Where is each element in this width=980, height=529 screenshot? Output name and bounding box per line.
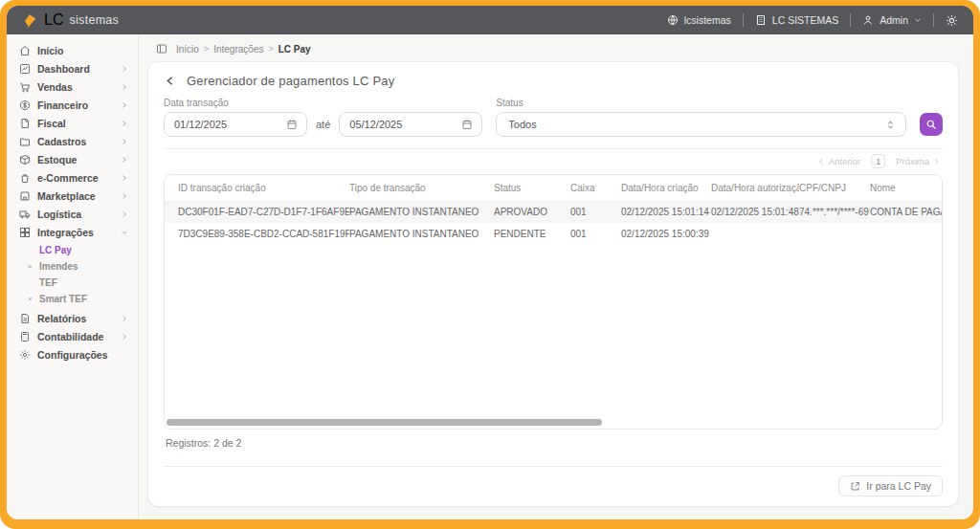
table-header-row: ID transação criação Tipo de transação S… <box>165 175 943 201</box>
truck-icon <box>19 209 31 220</box>
cell-transaction-type: PAGAMENTO INSTANTANEO <box>349 223 494 245</box>
sidebar-item-financeiro[interactable]: Financeiro <box>7 96 138 114</box>
sidebar-item-configuracoes[interactable]: Configurações <box>7 345 138 364</box>
column-header: Nome <box>870 175 943 201</box>
sidebar-item-label: Fiscal <box>37 118 66 129</box>
sidebar-subitem-tef[interactable]: TEF <box>7 275 138 291</box>
subitem-marker: × <box>28 295 39 303</box>
chevron-right-icon <box>121 120 128 127</box>
sidebar-item-label: Vendas <box>37 81 73 93</box>
date-to-value[interactable] <box>349 119 456 130</box>
subitem-marker: × <box>28 262 39 271</box>
sidebar-item-fiscal[interactable]: Fiscal <box>7 114 138 132</box>
sidebar-item-relatorios[interactable]: Relatórios <box>7 309 138 327</box>
sidebar-subitem-imendes[interactable]: × Imendes <box>7 258 138 275</box>
chevron-right-icon <box>121 333 128 341</box>
cell-status: APROVADO <box>494 201 570 223</box>
filters-bar: Data transação até <box>164 98 943 137</box>
sidebar-item-estoque[interactable]: Estoque <box>7 150 138 168</box>
column-header: Status <box>494 175 570 201</box>
sidebar-subitem-lc-pay[interactable]: LC Pay <box>7 242 138 258</box>
pagination-previous[interactable]: Anterior <box>817 156 860 166</box>
date-from-value[interactable] <box>174 119 280 130</box>
cell-created-at: 02/12/2025 15:01:14 <box>621 201 711 223</box>
pagination-next[interactable]: Próxima <box>896 156 941 166</box>
cell-cpf-cnpj <box>799 223 870 245</box>
breadcrumb-lc-pay: LC Pay <box>278 44 311 55</box>
date-from-input[interactable] <box>164 112 307 137</box>
horizontal-scrollbar-thumb[interactable] <box>167 419 602 426</box>
subitem-label: Imendes <box>39 261 78 272</box>
page-title: Gerenciador de pagamentos LC Pay <box>187 74 394 88</box>
sidebar-item-integracoes[interactable]: Integrações <box>7 223 138 241</box>
sidebar-item-label: Estoque <box>37 154 77 165</box>
sidebar: Início Dashboard Vendas Financeiro Fisca… <box>7 34 139 519</box>
breadcrumb-inicio[interactable]: Início <box>176 44 199 55</box>
company-indicator[interactable]: LC SISTEMAS <box>755 14 838 26</box>
box-icon <box>19 154 31 165</box>
chevron-right-icon <box>933 158 941 165</box>
dashboard-icon <box>19 63 31 75</box>
cell-transaction-id: DC30F01F-EAD7-C27D-D1F7-1F6AF9EF80AD <box>165 201 349 223</box>
topbar-divider <box>933 13 934 27</box>
sidebar-item-ecommerce[interactable]: e-Commerce <box>7 168 138 187</box>
cell-caixa: 001 <box>570 223 621 245</box>
sidebar-item-contabilidade[interactable]: Contabilidade <box>7 327 138 345</box>
pagination-page[interactable]: 1 <box>871 154 885 168</box>
calculator-icon <box>19 331 31 342</box>
cell-authorized-at: 02/12/2025 15:01:48 <box>711 201 799 223</box>
company-label: LC SISTEMAS <box>772 14 838 26</box>
sidebar-item-marketplace[interactable]: Marketplace <box>7 187 138 205</box>
home-icon <box>19 45 31 56</box>
chevron-down-icon <box>121 229 128 236</box>
sidebar-item-dashboard[interactable]: Dashboard <box>7 59 138 77</box>
go-to-lc-pay-button[interactable]: Ir para LC Pay <box>838 475 943 496</box>
chevron-right-icon <box>121 138 128 145</box>
sidebar-toggle-icon[interactable] <box>156 43 167 55</box>
go-to-lc-pay-label: Ir para LC Pay <box>866 480 931 492</box>
table-row[interactable]: 7D3C9E89-358E-CBD2-CCAD-581F19FE7381 PAG… <box>165 223 943 245</box>
cell-authorized-at <box>711 223 799 245</box>
search-icon <box>925 119 937 130</box>
sidebar-item-logistica[interactable]: Logística <box>7 205 138 223</box>
theme-toggle[interactable] <box>946 14 958 27</box>
chevron-down-icon <box>914 16 922 24</box>
user-label: Admin <box>880 14 908 26</box>
integracoes-submenu: LC Pay × Imendes TEF × Smart TEF <box>7 241 138 309</box>
cell-nome <box>870 223 943 245</box>
breadcrumb-separator: > <box>204 44 209 54</box>
chevron-right-icon <box>121 101 128 109</box>
pagination-next-label: Próxima <box>896 156 929 166</box>
cell-caixa: 001 <box>570 201 621 223</box>
table-row[interactable]: DC30F01F-EAD7-C27D-D1F7-1F6AF9EF80AD PAG… <box>165 201 943 223</box>
calendar-icon[interactable] <box>461 119 473 130</box>
chevron-left-icon <box>817 158 825 165</box>
sidebar-item-cadastros[interactable]: Cadastros <box>7 132 138 150</box>
tenant-indicator[interactable]: lcsistemas <box>667 14 731 26</box>
brand-logo[interactable]: LCsistemas <box>22 11 119 29</box>
date-to-input[interactable] <box>339 112 482 137</box>
cell-nome: CONTA DE PAGAME <box>870 201 943 223</box>
subitem-label: TEF <box>39 277 57 288</box>
sidebar-item-inicio[interactable]: Início <box>7 41 138 59</box>
status-select[interactable]: Todos <box>496 112 906 137</box>
column-header: Data/Hora autorização <box>711 175 799 201</box>
user-menu[interactable]: Admin <box>862 14 922 26</box>
calendar-icon[interactable] <box>286 119 298 130</box>
chevron-right-icon <box>121 174 128 182</box>
sidebar-subitem-smart-tef[interactable]: × Smart TEF <box>7 291 138 307</box>
gear-icon <box>19 349 31 361</box>
report-icon <box>19 313 31 324</box>
sidebar-item-label: e-Commerce <box>37 172 99 184</box>
sidebar-item-vendas[interactable]: Vendas <box>7 77 138 96</box>
breadcrumb-integracoes[interactable]: Integrações <box>213 44 263 55</box>
chevron-left-icon <box>164 75 176 87</box>
chevron-right-icon <box>121 210 128 218</box>
breadcrumb: Início > Integrações > LC Pay <box>139 34 973 59</box>
money-icon <box>19 99 31 111</box>
back-button[interactable] <box>164 75 176 87</box>
subitem-label: Smart TEF <box>39 294 87 304</box>
search-button[interactable] <box>920 113 943 136</box>
folder-icon <box>19 136 31 147</box>
records-count: Registros: 2 de 2 <box>164 430 943 454</box>
